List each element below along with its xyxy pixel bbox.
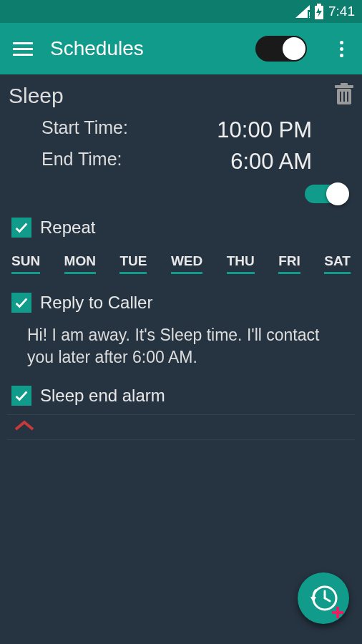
schedule-card: Sleep Start Time: 10:00 PM End Time: 6:0… [0, 74, 362, 440]
end-time-label: End Time: [41, 149, 185, 175]
menu-icon[interactable] [13, 39, 33, 59]
start-time-row[interactable]: Start Time: 10:00 PM [41, 114, 355, 146]
reply-label: Reply to Caller [40, 293, 152, 313]
svg-text:!: ! [308, 11, 310, 18]
chevron-up-icon [13, 419, 36, 432]
start-time-value: 10:00 PM [185, 117, 355, 143]
repeat-row[interactable]: Repeat [7, 209, 355, 246]
end-time-row[interactable]: End Time: 6:00 AM [41, 146, 355, 177]
days-row: SUN MON TUE WED THU FRI SAT [7, 246, 355, 284]
trash-icon[interactable] [335, 83, 353, 109]
day-tue[interactable]: TUE [119, 253, 147, 274]
statusbar-clock: 7:41 [328, 4, 355, 19]
svg-rect-9 [340, 92, 341, 102]
alarm-row[interactable]: Sleep end alarm [7, 377, 355, 414]
alarm-label: Sleep end alarm [40, 386, 165, 406]
battery-icon [314, 4, 324, 19]
day-sat[interactable]: SAT [324, 253, 351, 274]
collapse-button[interactable] [7, 414, 355, 440]
day-thu[interactable]: THU [227, 253, 255, 274]
overflow-menu-icon[interactable] [334, 38, 349, 60]
svg-rect-10 [343, 92, 345, 102]
reply-row[interactable]: Reply to Caller [7, 284, 355, 321]
add-schedule-fab[interactable] [298, 572, 349, 624]
master-toggle[interactable] [255, 36, 307, 62]
start-time-label: Start Time: [41, 117, 185, 143]
alarm-checkbox[interactable] [11, 386, 31, 406]
svg-marker-13 [310, 597, 316, 602]
day-mon[interactable]: MON [64, 253, 96, 274]
repeat-checkbox[interactable] [11, 218, 31, 238]
svg-rect-11 [347, 92, 348, 102]
signal-icon: ! [295, 5, 310, 18]
schedule-enabled-toggle[interactable] [305, 185, 348, 203]
day-sun[interactable]: SUN [11, 253, 40, 274]
plus-icon [331, 605, 345, 620]
repeat-label: Repeat [40, 218, 95, 238]
reply-checkbox[interactable] [11, 293, 31, 313]
svg-rect-3 [317, 4, 321, 6]
end-time-value: 6:00 AM [185, 149, 355, 175]
schedule-name: Sleep [9, 84, 64, 108]
svg-rect-8 [341, 83, 348, 86]
day-fri[interactable]: FRI [278, 253, 300, 274]
app-bar: Schedules [0, 23, 362, 74]
app-title: Schedules [50, 37, 238, 60]
reply-message: Hi! I am away. It's Sleep time. I'll con… [7, 321, 355, 377]
day-wed[interactable]: WED [171, 253, 202, 274]
status-bar: ! 7:41 [0, 0, 362, 23]
